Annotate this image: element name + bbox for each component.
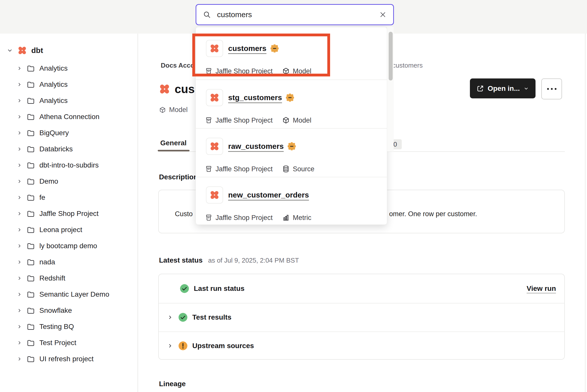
chevron-right-icon[interactable]: [17, 82, 22, 87]
chevron-right-icon[interactable]: [17, 292, 22, 297]
chevron-right-icon[interactable]: [17, 308, 22, 313]
sidebar-item-label: Testing BQ: [39, 323, 74, 331]
breadcrumb[interactable]: Docs Acco: [161, 62, 194, 69]
view-run-link[interactable]: View run: [527, 285, 556, 293]
project-icon: [205, 117, 212, 124]
chevron-right-icon[interactable]: [17, 130, 22, 136]
resource-type-label: Model: [169, 106, 188, 114]
chevron-right-icon[interactable]: [167, 314, 173, 320]
sidebar-item[interactable]: Snowflake: [17, 305, 72, 316]
chevron-right-icon[interactable]: [17, 356, 22, 362]
chevron-right-icon[interactable]: [17, 114, 22, 120]
open-in-button[interactable]: Open in...: [470, 78, 536, 98]
sidebar-item[interactable]: Analytics: [17, 63, 68, 74]
sidebar-item[interactable]: Athena Connection: [17, 111, 99, 122]
status-row-test-results[interactable]: Test results: [159, 303, 564, 331]
sidebar-item[interactable]: Demo: [17, 176, 58, 187]
sidebar-item[interactable]: Semantic Layer Demo: [17, 289, 109, 300]
page-scrollbar-track[interactable]: [585, 34, 585, 392]
chevron-right-icon[interactable]: [17, 275, 22, 281]
dbt-logo-icon: [209, 190, 220, 200]
sidebar-item[interactable]: UI refresh project: [17, 353, 94, 365]
chevron-right-icon[interactable]: [17, 324, 22, 329]
open-in-label: Open in...: [488, 85, 520, 93]
sidebar-item[interactable]: Analytics: [17, 79, 68, 90]
chevron-right-icon[interactable]: [17, 66, 22, 71]
search-result-new-customer-orders[interactable]: new_customer_orders Jaffle Shop Project …: [196, 177, 387, 226]
folder-icon: [27, 339, 35, 347]
sidebar-item-label: BigQuery: [39, 129, 69, 137]
dbt-logo-icon: [17, 45, 27, 55]
global-search-box[interactable]: [196, 4, 394, 25]
result-name[interactable]: raw_customers: [228, 142, 284, 151]
sidebar-item[interactable]: Analytics: [17, 95, 68, 106]
project-icon: [205, 214, 212, 221]
result-name[interactable]: new_customer_orders: [228, 191, 309, 199]
result-tile: [206, 186, 223, 204]
result-project: Jaffle Shop Project: [216, 165, 273, 173]
sidebar-item[interactable]: Testing BQ: [17, 321, 74, 332]
chevron-right-icon[interactable]: [17, 259, 22, 265]
success-check-icon: [180, 284, 189, 293]
sidebar-item[interactable]: dbt-intro-to-subdirs: [17, 160, 99, 171]
badge-seal-icon: [286, 94, 294, 102]
sidebar-item-label: Jaffle Shop Project: [39, 210, 99, 218]
dropdown-scrollbar-thumb[interactable]: [389, 32, 393, 80]
sidebar-item[interactable]: Leona project: [17, 224, 82, 235]
page-title-row: cus: [158, 82, 195, 96]
result-type: Model: [293, 117, 311, 124]
sidebar-item[interactable]: Databricks: [17, 144, 73, 155]
tab-general[interactable]: General: [160, 139, 186, 147]
sidebar-item[interactable]: Redshift: [17, 273, 65, 284]
sidebar-item-label: Demo: [39, 177, 58, 185]
folder-icon: [27, 274, 35, 282]
result-name[interactable]: stg_customers: [228, 93, 282, 102]
sidebar-item-label: nada: [39, 258, 55, 266]
result-type: Source: [293, 165, 314, 173]
chevron-right-icon[interactable]: [17, 340, 22, 346]
external-link-icon: [476, 85, 484, 92]
model-cube-icon: [282, 117, 290, 124]
annotation-highlight-box: [192, 34, 330, 76]
chevron-right-icon[interactable]: [17, 146, 22, 152]
chevron-right-icon[interactable]: [17, 211, 22, 216]
folder-icon: [27, 258, 35, 266]
status-row-label: Upstream sources: [192, 342, 254, 350]
dbt-logo-icon: [209, 92, 220, 103]
sidebar-item[interactable]: nada: [17, 257, 55, 268]
sidebar-item[interactable]: BigQuery: [17, 127, 69, 138]
more-actions-button[interactable]: [541, 78, 562, 99]
chevron-right-icon[interactable]: [17, 98, 22, 103]
sidebar-item[interactable]: Test Project: [17, 337, 76, 348]
clear-search-icon[interactable]: [379, 11, 387, 18]
chevron-right-icon[interactable]: [17, 162, 22, 168]
sidebar-item-label: Redshift: [39, 274, 65, 282]
search-result-stg-customers[interactable]: stg_customers Jaffle Shop Project Model: [196, 79, 387, 128]
sidebar-item-label: fe: [39, 193, 45, 202]
search-result-raw-customers[interactable]: raw_customers Jaffle Shop Project Source: [196, 128, 387, 177]
sidebar-item-dbt-root[interactable]: dbt: [7, 45, 43, 56]
status-row-upstream-sources[interactable]: Upstream sources: [159, 332, 564, 360]
chevron-right-icon[interactable]: [167, 343, 173, 349]
folder-icon: [27, 113, 35, 121]
dbt-logo-icon: [158, 83, 171, 95]
chevron-right-icon[interactable]: [17, 227, 22, 233]
chevron-right-icon[interactable]: [17, 179, 22, 184]
lineage-heading: Lineage: [159, 380, 186, 388]
chevron-right-icon[interactable]: [17, 243, 22, 249]
page-title: cus: [175, 82, 195, 96]
sidebar-item-label: ly bootcamp demo: [39, 242, 97, 250]
chevron-right-icon[interactable]: [17, 195, 22, 200]
sidebar-item[interactable]: ly bootcamp demo: [17, 240, 97, 251]
sidebar-item[interactable]: fe: [17, 192, 45, 203]
chevron-down-icon[interactable]: [7, 47, 13, 54]
warning-exclamation-icon: [178, 341, 188, 351]
sidebar-item[interactable]: Jaffle Shop Project: [17, 208, 99, 219]
folder-icon: [27, 97, 35, 105]
latest-status-row: Latest status as of Jul 9, 2025, 2:04 PM…: [159, 256, 299, 264]
description-heading: Description: [159, 173, 198, 181]
sidebar-item-label: Snowflake: [39, 306, 72, 315]
search-input[interactable]: [217, 10, 379, 19]
status-card: Last run status View run Test results Up…: [158, 274, 565, 360]
folder-icon: [27, 193, 35, 202]
